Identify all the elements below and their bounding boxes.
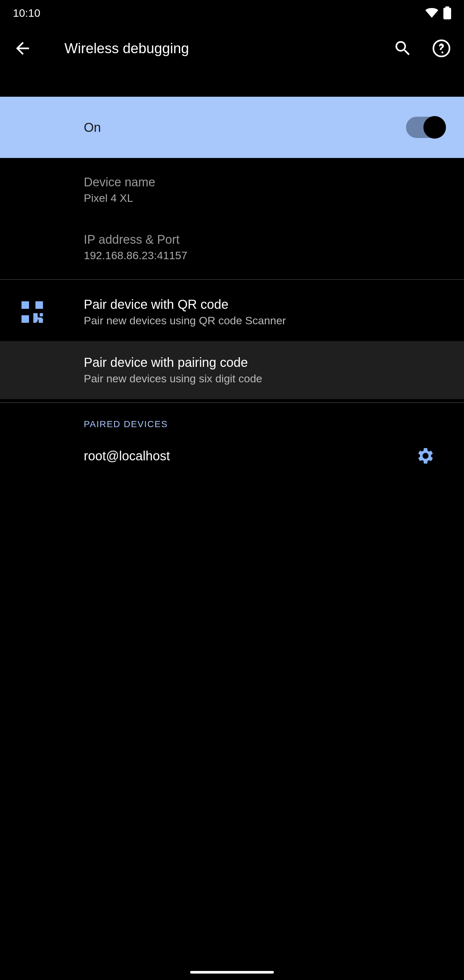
device-name-label: Device name — [84, 175, 445, 189]
paired-device-name: root@localhost — [84, 449, 170, 463]
toggle-knob — [423, 116, 446, 138]
battery-icon — [443, 6, 451, 19]
svg-rect-4 — [35, 301, 43, 309]
status-indicators — [425, 6, 451, 19]
ip-port-row[interactable]: IP address & Port 192.168.86.23:41157 — [0, 219, 464, 276]
divider — [0, 279, 464, 280]
status-bar: 10:10 — [0, 0, 464, 26]
page-title: Wireless debugging — [64, 40, 393, 56]
ip-port-value: 192.168.86.23:41157 — [84, 249, 445, 262]
search-icon[interactable] — [393, 39, 412, 58]
back-icon[interactable] — [13, 39, 32, 58]
device-name-value: Pixel 4 XL — [84, 192, 445, 204]
pair-code-row[interactable]: Pair device with pairing code Pair new d… — [0, 341, 464, 399]
wireless-debugging-toggle-row[interactable]: On — [0, 97, 464, 158]
status-time: 10:10 — [13, 7, 40, 19]
qr-code-icon — [19, 299, 45, 325]
pair-code-title: Pair device with pairing code — [84, 355, 445, 370]
svg-rect-3 — [22, 301, 29, 309]
pair-qr-title: Pair device with QR code — [84, 297, 445, 312]
toggle-label: On — [84, 120, 101, 135]
pair-qr-row[interactable]: Pair device with QR code Pair new device… — [0, 283, 464, 341]
paired-device-row[interactable]: root@localhost — [0, 436, 464, 476]
svg-rect-5 — [22, 315, 29, 323]
pair-code-sub: Pair new devices using six digit code — [84, 372, 445, 385]
wifi-icon — [425, 8, 438, 18]
help-icon[interactable] — [432, 39, 451, 58]
paired-devices-header: PAIRED DEVICES — [0, 406, 464, 436]
app-bar: Wireless debugging — [0, 26, 464, 71]
device-name-row[interactable]: Device name Pixel 4 XL — [0, 161, 464, 219]
toggle-switch[interactable] — [406, 117, 445, 138]
pair-qr-sub: Pair new devices using QR code Scanner — [84, 314, 445, 327]
divider — [0, 402, 464, 403]
navigation-gesture-bar[interactable] — [190, 971, 274, 974]
ip-port-label: IP address & Port — [84, 233, 445, 247]
svg-rect-1 — [445, 6, 449, 8]
svg-rect-7 — [40, 313, 43, 316]
gear-icon[interactable] — [415, 445, 435, 466]
svg-rect-0 — [443, 8, 451, 19]
